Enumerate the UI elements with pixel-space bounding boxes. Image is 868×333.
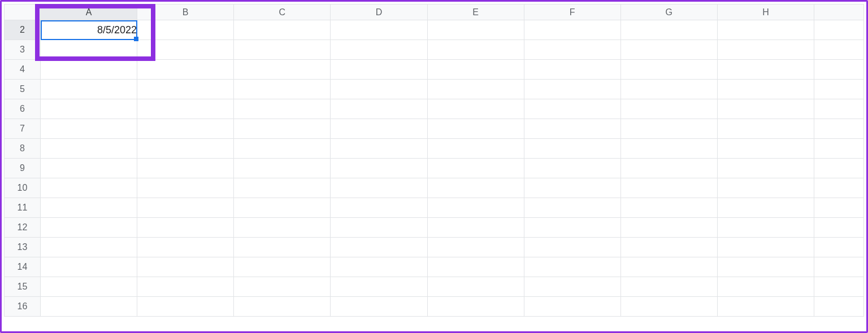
cell[interactable] <box>137 257 234 277</box>
row-header-4[interactable]: 4 <box>5 60 41 80</box>
cell[interactable] <box>620 297 717 317</box>
cell[interactable] <box>814 139 864 159</box>
cell[interactable] <box>427 159 524 178</box>
spreadsheet-grid[interactable]: A B C D E F G H 28/5/2022345678910111213… <box>4 4 864 329</box>
cell[interactable] <box>331 297 427 317</box>
cell[interactable] <box>814 119 864 139</box>
cell[interactable] <box>427 139 524 159</box>
cell[interactable] <box>814 198 864 218</box>
cell[interactable] <box>814 297 864 317</box>
cell[interactable] <box>717 40 814 60</box>
cell[interactable] <box>620 99 717 119</box>
active-cell[interactable]: 8/5/2022 <box>41 20 137 40</box>
row-header-3[interactable]: 3 <box>5 40 41 60</box>
cell[interactable] <box>41 119 137 139</box>
cell[interactable] <box>427 80 524 99</box>
cell[interactable] <box>234 80 331 99</box>
cell[interactable] <box>717 139 814 159</box>
cell[interactable] <box>620 139 717 159</box>
cell[interactable] <box>137 139 234 159</box>
cell[interactable] <box>524 80 620 99</box>
cell[interactable] <box>620 198 717 218</box>
cell[interactable] <box>331 99 427 119</box>
cell[interactable] <box>427 20 524 40</box>
cell[interactable] <box>137 297 234 317</box>
cell[interactable] <box>427 60 524 80</box>
cell[interactable] <box>41 139 137 159</box>
cell[interactable] <box>41 297 137 317</box>
cell[interactable] <box>620 80 717 99</box>
cell[interactable] <box>814 218 864 238</box>
cell[interactable] <box>427 119 524 139</box>
cell[interactable] <box>717 20 814 40</box>
cell[interactable] <box>137 277 234 297</box>
cell[interactable] <box>137 40 234 60</box>
cell[interactable] <box>814 257 864 277</box>
cell[interactable] <box>717 119 814 139</box>
cell[interactable] <box>620 257 717 277</box>
column-header-G[interactable]: G <box>620 5 717 20</box>
cell[interactable] <box>717 297 814 317</box>
cell[interactable] <box>524 139 620 159</box>
cell[interactable] <box>717 257 814 277</box>
cell[interactable] <box>717 277 814 297</box>
cell[interactable] <box>234 178 331 198</box>
cell[interactable] <box>427 257 524 277</box>
cell[interactable] <box>524 99 620 119</box>
cell[interactable] <box>717 80 814 99</box>
column-header-B[interactable]: B <box>137 5 234 20</box>
cell[interactable] <box>524 198 620 218</box>
row-header-15[interactable]: 15 <box>5 277 41 297</box>
row-header-5[interactable]: 5 <box>5 80 41 99</box>
cell[interactable] <box>620 40 717 60</box>
cell[interactable] <box>620 277 717 297</box>
row-header-9[interactable]: 9 <box>5 159 41 178</box>
cell[interactable] <box>234 277 331 297</box>
cell[interactable] <box>234 40 331 60</box>
cell[interactable] <box>814 159 864 178</box>
cell[interactable] <box>234 20 331 40</box>
row-header-2[interactable]: 2 <box>5 20 41 40</box>
cell[interactable] <box>41 99 137 119</box>
cell[interactable] <box>331 218 427 238</box>
cell[interactable] <box>234 139 331 159</box>
cell[interactable] <box>717 198 814 218</box>
cell[interactable] <box>524 178 620 198</box>
cell[interactable] <box>814 277 864 297</box>
cell[interactable] <box>620 159 717 178</box>
cell[interactable] <box>427 218 524 238</box>
row-header-11[interactable]: 11 <box>5 198 41 218</box>
row-header-6[interactable]: 6 <box>5 99 41 119</box>
cell[interactable] <box>620 178 717 198</box>
cell[interactable] <box>137 218 234 238</box>
cell[interactable] <box>620 60 717 80</box>
cell[interactable] <box>234 257 331 277</box>
row-header-12[interactable]: 12 <box>5 218 41 238</box>
cell[interactable] <box>717 218 814 238</box>
cell[interactable] <box>427 198 524 218</box>
cell[interactable] <box>620 20 717 40</box>
cell[interactable] <box>524 60 620 80</box>
cell[interactable] <box>331 178 427 198</box>
cell[interactable] <box>331 119 427 139</box>
cell[interactable] <box>234 60 331 80</box>
cell[interactable] <box>137 99 234 119</box>
cell[interactable] <box>331 257 427 277</box>
cell[interactable] <box>137 20 234 40</box>
cell[interactable] <box>234 198 331 218</box>
cell[interactable] <box>41 159 137 178</box>
cell[interactable] <box>620 119 717 139</box>
cell[interactable] <box>814 20 864 40</box>
cell[interactable] <box>331 238 427 257</box>
cell[interactable] <box>234 99 331 119</box>
cell[interactable] <box>427 297 524 317</box>
row-header-13[interactable]: 13 <box>5 238 41 257</box>
cell[interactable] <box>234 159 331 178</box>
cell[interactable] <box>427 178 524 198</box>
cell[interactable] <box>717 238 814 257</box>
cell[interactable] <box>234 297 331 317</box>
cell[interactable] <box>524 218 620 238</box>
column-header-C[interactable]: C <box>234 5 331 20</box>
column-header-D[interactable]: D <box>331 5 427 20</box>
cell[interactable] <box>331 198 427 218</box>
